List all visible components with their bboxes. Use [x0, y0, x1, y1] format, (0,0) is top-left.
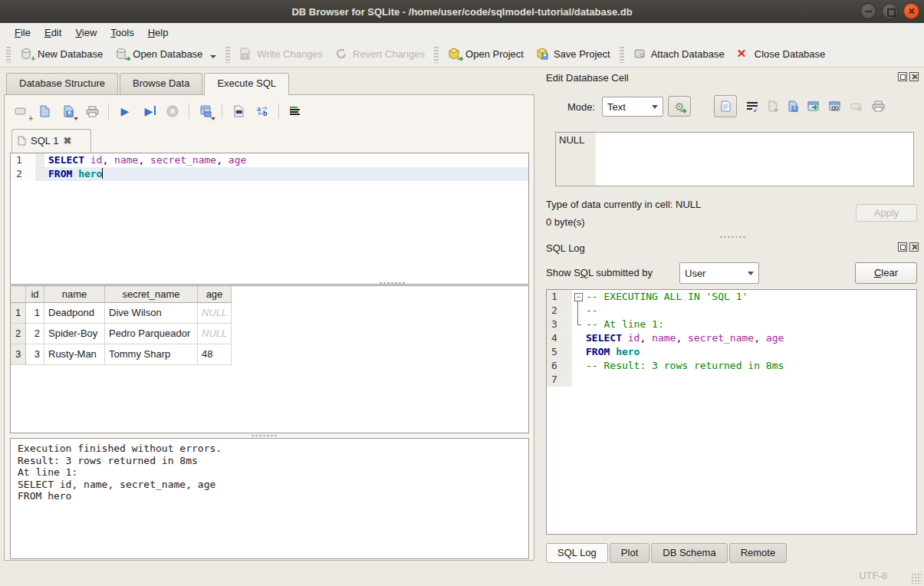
save-sql-file-button[interactable]	[58, 102, 78, 120]
cell-edit-area[interactable]	[596, 133, 913, 186]
column-header[interactable]: secret_name	[105, 286, 198, 303]
column-header[interactable]: id	[26, 286, 44, 303]
table-cell[interactable]: 48	[198, 344, 232, 365]
dock-splitter-handle[interactable]	[719, 235, 745, 239]
menu-help[interactable]: Help	[141, 25, 176, 40]
close-panel-icon[interactable]	[909, 72, 919, 81]
menu-edit[interactable]: Edit	[38, 25, 68, 40]
open-in-external-app-button[interactable]	[807, 101, 820, 112]
table-cell[interactable]: Rusty-Man	[44, 344, 105, 365]
row-number[interactable]: 3	[11, 344, 26, 365]
new-sql-tab-button[interactable]: +	[11, 102, 31, 120]
float-panel-icon[interactable]	[898, 72, 907, 81]
gear-icon: ⚙➜	[675, 100, 685, 113]
sql-editor[interactable]: 1SELECT id, name, secret_name, age2FROM …	[10, 153, 529, 285]
fold-marker[interactable]	[572, 290, 586, 304]
revert-changes-icon	[335, 48, 348, 61]
menu-view[interactable]: View	[68, 25, 104, 40]
open-database-button[interactable]: ➜ Open Database	[109, 44, 222, 64]
table-row[interactable]: 11DeadpondDive WilsonNULL	[11, 303, 528, 324]
copy-link-button[interactable]	[829, 101, 841, 112]
column-header[interactable]: name	[44, 286, 105, 303]
import-cell-data-button[interactable]	[768, 100, 778, 112]
mode-label: Mode:	[567, 101, 595, 113]
results-grid[interactable]: idnamesecret_nameage11DeadpondDive Wilso…	[10, 285, 529, 433]
fold-marker	[572, 373, 586, 387]
table-cell[interactable]: Deadpond	[44, 303, 105, 324]
table-cell[interactable]: 3	[26, 344, 44, 365]
minimize-button[interactable]	[860, 3, 876, 19]
editor-line[interactable]: 2FROM hero	[11, 167, 528, 181]
db-browser-window: DB Browser for SQLite - /home/user/code/…	[0, 0, 924, 586]
execute-sql-pane: + ▶ ▶	[4, 94, 534, 561]
table-cell[interactable]: Spider-Boy	[44, 324, 105, 344]
table-cell[interactable]: NULL	[198, 324, 232, 344]
bottom-tab-bar: SQL Log Plot DB Schema Remote	[546, 543, 787, 563]
row-number[interactable]: 2	[11, 324, 26, 344]
table-cell[interactable]: Dive Wilson	[105, 303, 198, 324]
print-sql-button[interactable]	[82, 102, 102, 120]
revert-changes-button[interactable]: Revert Changes	[329, 44, 431, 64]
text-mode-button[interactable]	[714, 95, 737, 117]
format-sql-button[interactable]	[285, 102, 305, 120]
tab-db-schema[interactable]: DB Schema	[651, 543, 727, 563]
execute-current-line-button[interactable]: ▶	[139, 102, 159, 120]
log-text: -- At line 1:	[586, 318, 916, 331]
table-cell[interactable]: Pedro Parqueador	[105, 324, 198, 344]
find-replace-button[interactable]: ab	[252, 102, 272, 120]
play-icon: ▶	[121, 106, 130, 117]
find-button[interactable]	[229, 102, 248, 120]
auto-switch-mode-button[interactable]: ⚙➜	[668, 96, 691, 117]
log-margin	[565, 304, 572, 318]
close-panel-icon[interactable]	[909, 242, 919, 252]
clear-log-button[interactable]: Clear	[855, 262, 917, 284]
new-database-button[interactable]: + New Database	[14, 44, 109, 64]
table-cell[interactable]: Tommy Sharp	[105, 344, 198, 365]
mode-combobox[interactable]: Text	[602, 97, 663, 117]
open-database-dropdown-arrow[interactable]	[210, 55, 216, 58]
word-wrap-button[interactable]	[746, 101, 758, 112]
resize-grip[interactable]	[911, 573, 922, 584]
stop-execution-button[interactable]	[163, 102, 182, 120]
close-button[interactable]	[903, 3, 919, 19]
execute-all-button[interactable]: ▶	[115, 102, 135, 120]
row-number[interactable]: 1	[11, 303, 26, 324]
open-project-button[interactable]: ➜ Open Project	[442, 44, 530, 64]
tab-plot[interactable]: Plot	[610, 543, 649, 563]
tab-remote[interactable]: Remote	[729, 543, 788, 563]
tab-execute-sql[interactable]: Execute SQL	[204, 73, 289, 95]
save-results-button[interactable]	[196, 102, 215, 120]
maximize-button[interactable]	[882, 3, 898, 19]
sql-editor-tab[interactable]: SQL 1 ✖	[12, 129, 91, 153]
write-changes-button[interactable]: Write Changes	[233, 44, 329, 64]
table-row[interactable]: 22Spider-BoyPedro ParqueadorNULL	[11, 324, 528, 344]
sql-log-title: SQL Log	[546, 242, 585, 254]
cell-value-editor[interactable]: NULL	[555, 132, 914, 186]
set-null-button[interactable]	[850, 102, 863, 111]
table-cell[interactable]: 1	[26, 303, 44, 324]
open-sql-file-button[interactable]	[35, 102, 54, 120]
log-line-number: 5	[547, 345, 565, 359]
close-tab-icon[interactable]: ✖	[63, 135, 71, 146]
table-cell[interactable]: NULL	[198, 303, 232, 324]
save-project-button[interactable]: Save Project	[530, 44, 617, 64]
menu-file[interactable]: File	[8, 25, 38, 40]
panel-splitter[interactable]	[537, 67, 538, 561]
main-tab-bar: Database Structure Browse Data Execute S…	[6, 73, 291, 95]
column-header[interactable]: age	[198, 286, 232, 303]
tab-database-structure[interactable]: Database Structure	[6, 73, 118, 94]
float-panel-icon[interactable]	[898, 242, 907, 252]
editor-line[interactable]: 1SELECT id, name, secret_name, age	[11, 153, 528, 167]
tab-browse-data[interactable]: Browse Data	[120, 73, 202, 94]
print-cell-button[interactable]	[872, 100, 885, 112]
table-cell[interactable]: 2	[26, 324, 44, 344]
log-filter-combobox[interactable]: User	[679, 262, 759, 284]
table-row[interactable]: 33Rusty-ManTommy Sharp48	[11, 344, 528, 365]
sql-log-view[interactable]: 1-- EXECUTING ALL IN 'SQL 1'2--3-- At li…	[546, 289, 917, 535]
close-database-button[interactable]: ✕ Close Database	[731, 44, 832, 64]
export-cell-data-button[interactable]	[788, 100, 798, 112]
attach-database-button[interactable]: Attach Database	[627, 44, 731, 64]
tab-sql-log[interactable]: SQL Log	[546, 543, 608, 563]
apply-button[interactable]: Apply	[856, 204, 917, 222]
menu-tools[interactable]: Tools	[104, 25, 140, 40]
